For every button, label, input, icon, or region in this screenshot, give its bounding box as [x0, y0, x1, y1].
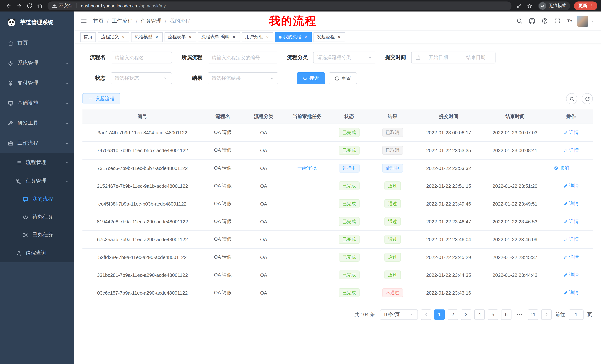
github-button[interactable] [527, 16, 537, 26]
tab-start-process[interactable]: 发起流程× [313, 32, 345, 42]
breadcrumb-workflow[interactable]: 工作流程 [112, 18, 133, 24]
help-button[interactable] [539, 16, 550, 26]
parent-process-input[interactable] [208, 52, 278, 63]
detail-link[interactable]: 详情 [563, 254, 579, 260]
sidebar-item-system-management[interactable]: 系统管理 [0, 53, 74, 73]
detail-link[interactable]: 详情 [563, 129, 579, 136]
detail-link[interactable]: 详情 [563, 218, 579, 225]
bookmark-star-icon[interactable] [525, 1, 534, 10]
page-button-1[interactable]: 1 [434, 309, 445, 320]
tab-close-icon[interactable]: × [154, 34, 159, 39]
tab-home[interactable]: 首页 [80, 32, 96, 42]
font-size-button[interactable]: TT [565, 16, 575, 26]
tab-my-process[interactable]: 我的流程× [275, 32, 312, 42]
search-toggle-button[interactable] [566, 93, 577, 104]
detail-link[interactable]: 详情 [563, 272, 579, 278]
search-button[interactable]: 搜索 [297, 72, 325, 84]
detail-link[interactable]: 详情 [563, 182, 579, 189]
sidebar-item-home[interactable]: 首页 [0, 33, 74, 53]
cancel-link[interactable]: 取消 [554, 165, 569, 172]
tab-user-group[interactable]: 用户分组× [242, 32, 273, 42]
process-name-input[interactable] [111, 52, 172, 63]
refresh-table-button[interactable] [582, 93, 593, 104]
result-select[interactable]: 请选择流结果 [208, 72, 278, 84]
detail-link[interactable]: 详情 [563, 200, 579, 207]
sidebar-item-task-management[interactable]: 任务管理 [0, 172, 74, 190]
submit-time-range[interactable]: 开始日期 - 结束日期 [411, 52, 496, 63]
pagination-ellipsis[interactable]: ••• [514, 309, 525, 320]
page-button-3[interactable]: 3 [461, 309, 471, 320]
tab-close-icon[interactable]: × [303, 34, 308, 39]
sidebar-toggle-button[interactable] [80, 18, 87, 25]
reset-button[interactable]: 重置 [329, 72, 357, 84]
page-size-select[interactable]: 10条/页 [380, 309, 418, 320]
tab-close-icon[interactable]: × [121, 34, 126, 39]
column-header-actions: 操作 [549, 109, 593, 124]
password-key-icon[interactable] [514, 1, 524, 10]
page-button-4[interactable]: 4 [474, 309, 485, 320]
category-select[interactable]: 请选择流程分类 [313, 52, 376, 63]
incognito-badge[interactable]: 无痕模式 [538, 1, 570, 10]
start-process-button[interactable]: 发起流程 [82, 93, 120, 104]
filter-result: 结果 请选择流结果 [181, 72, 278, 84]
sidebar-item-label: 系统管理 [18, 60, 38, 67]
page-button-5[interactable]: 5 [488, 309, 498, 320]
chevron-down-icon [368, 55, 372, 60]
header-search-button[interactable] [514, 16, 524, 26]
tab-close-icon[interactable]: × [337, 34, 342, 39]
sidebar-item-todo-tasks[interactable]: 待办任务 [0, 208, 74, 226]
status-badge: 已完成 [339, 146, 360, 155]
forward-button[interactable] [14, 1, 24, 10]
tab-close-icon[interactable]: × [265, 34, 270, 39]
edit-icon [563, 130, 568, 135]
page-button-11[interactable]: 11 [528, 309, 538, 320]
incognito-icon [541, 3, 545, 8]
breadcrumb-home[interactable]: 首页 [93, 18, 104, 24]
app-logo[interactable]: 芋道管理系统 [0, 11, 74, 33]
address-bar[interactable]: 不安全 dashboard.yudao.iocoder.cn/bpm/task/… [48, 1, 511, 10]
sidebar-item-process-management[interactable]: 流程管理 [0, 153, 74, 172]
browser-home-button[interactable] [35, 1, 45, 10]
detail-link[interactable]: 详情 [563, 236, 579, 243]
detail-link[interactable]: 详情 [563, 289, 579, 296]
result-badge: 通过 [384, 199, 401, 208]
user-avatar[interactable] [577, 15, 588, 27]
goto-page-input[interactable] [569, 309, 583, 320]
parent-process-input-field[interactable] [212, 55, 274, 60]
tab-close-icon[interactable]: × [231, 34, 237, 39]
page-button-6[interactable]: 6 [501, 309, 511, 320]
prev-page-button[interactable] [421, 309, 431, 320]
fullscreen-button[interactable] [552, 16, 562, 26]
sidebar-item-infrastructure[interactable]: 基础设施 [0, 93, 74, 113]
sidebar-item-payment-management[interactable]: 支付管理 [0, 73, 74, 93]
avatar-caret-icon[interactable] [591, 19, 595, 23]
sidebar-item-done-tasks[interactable]: 已办任务 [0, 226, 74, 244]
detail-link[interactable]: 详情 [563, 147, 579, 153]
tab-process-form[interactable]: 流程表单× [165, 32, 196, 42]
sidebar-item-my-process[interactable]: 我的流程 [0, 190, 74, 208]
process-name-input-field[interactable] [115, 55, 168, 60]
next-page-button[interactable] [541, 309, 551, 320]
sidebar-item-leave-query[interactable]: 请假查询 [0, 244, 74, 262]
sidebar-item-dev-tools[interactable]: 研发工具 [0, 113, 74, 133]
reload-button[interactable] [25, 1, 34, 10]
update-button[interactable]: 更新 [574, 1, 597, 10]
breadcrumb-separator: / [165, 18, 166, 24]
filter-form: 流程名 所属流程 流程分类 请选择流程分类 [82, 52, 593, 93]
browser-menu-icon[interactable] [590, 3, 594, 8]
cell-actions: 详情 [549, 177, 593, 195]
sidebar-item-workflow[interactable]: 工作流程 [0, 133, 74, 153]
tab-process-model[interactable]: 流程模型× [131, 32, 163, 42]
cell-process-name: OA 请假 [202, 284, 243, 302]
page-button-2[interactable]: 2 [448, 309, 458, 320]
back-button[interactable] [4, 1, 13, 10]
chevron-down-icon [163, 76, 168, 80]
tab-close-icon[interactable]: × [188, 34, 193, 39]
tab-process-definition[interactable]: 流程定义× [98, 32, 129, 42]
result-placeholder: 请选择流结果 [212, 75, 241, 82]
current-task-link[interactable]: 一级审批 [297, 165, 317, 172]
status-select[interactable]: 请选择状态 [111, 72, 172, 84]
category-label: 流程分类 [287, 54, 308, 61]
tab-process-form-edit[interactable]: 流程表单-编辑× [198, 32, 240, 42]
breadcrumb-task-management[interactable]: 任务管理 [141, 18, 161, 24]
